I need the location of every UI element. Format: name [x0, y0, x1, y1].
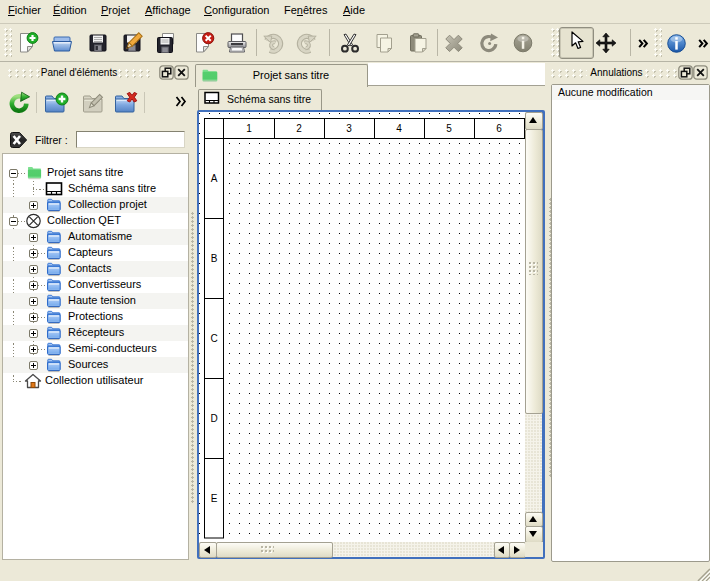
svg-text:6: 6: [496, 123, 502, 134]
svg-text:B: B: [211, 253, 218, 264]
svg-text:A: A: [211, 173, 218, 184]
svg-text:C: C: [210, 333, 217, 344]
svg-text:5: 5: [446, 123, 452, 134]
svg-text:D: D: [210, 413, 217, 424]
svg-text:1: 1: [246, 123, 252, 134]
svg-text:3: 3: [346, 123, 352, 134]
svg-text:4: 4: [396, 123, 402, 134]
svg-text:2: 2: [296, 123, 302, 134]
svg-text:E: E: [211, 493, 218, 504]
